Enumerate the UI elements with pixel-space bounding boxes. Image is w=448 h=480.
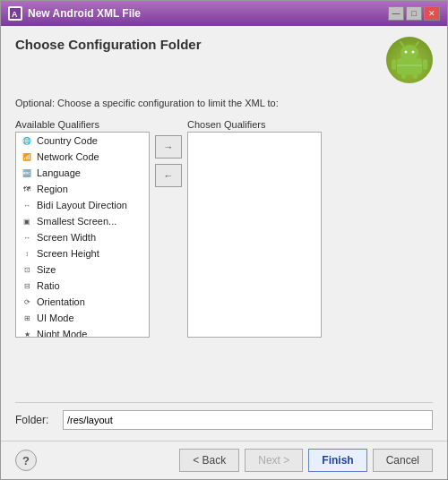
list-item[interactable]: 🔤Language: [16, 165, 149, 181]
screen-icon: ▣: [20, 215, 34, 227]
svg-line-6: [401, 42, 403, 46]
svg-rect-8: [392, 59, 396, 70]
orientation-icon: ⟳: [20, 296, 34, 308]
region-icon: 🗺: [20, 183, 34, 195]
main-content: Choose Configuration Folder: [1, 26, 447, 441]
list-item-label: Ratio: [37, 280, 60, 291]
list-item-label: Night Mode: [37, 329, 87, 338]
list-item[interactable]: ⟳Orientation: [16, 294, 149, 310]
network-icon: 📶: [20, 150, 34, 163]
folder-input[interactable]: [63, 410, 433, 430]
list-item-label: Size: [37, 264, 56, 275]
bidi-icon: ↔: [20, 199, 34, 211]
chosen-label: Chosen Qualifiers: [187, 119, 322, 130]
next-button[interactable]: Next >: [245, 449, 303, 472]
android-logo: [390, 40, 429, 80]
uimode-icon: ⊞: [20, 312, 34, 324]
list-item-label: Network Code: [37, 151, 99, 162]
finish-button[interactable]: Finish: [308, 449, 366, 472]
available-list[interactable]: 🌐Country Code📶Network Code🔤Language🗺Regi…: [15, 132, 150, 338]
close-button[interactable]: ✕: [424, 6, 440, 21]
nav-buttons: < Back Next > Finish Cancel: [179, 449, 433, 472]
main-window: A New Android XML File — □ ✕ Choose Conf…: [0, 0, 448, 480]
maximize-button[interactable]: □: [406, 6, 422, 21]
list-item[interactable]: 🗺Region: [16, 181, 149, 197]
list-item[interactable]: ⊞UI Mode: [16, 310, 149, 326]
list-item[interactable]: ▣Smallest Screen...: [16, 213, 149, 229]
bottom-bar: ? < Back Next > Finish Cancel: [1, 441, 447, 479]
list-item-label: Region: [37, 184, 68, 194]
page-header: Choose Configuration Folder: [15, 37, 433, 83]
list-item-label: Screen Width: [37, 232, 96, 243]
list-item-label: Smallest Screen...: [37, 216, 116, 227]
list-item[interactable]: ⊟Ratio: [16, 278, 149, 294]
svg-point-3: [401, 45, 418, 61]
svg-point-5: [412, 51, 415, 54]
window-title: New Android XML File: [28, 7, 388, 20]
available-label: Available Qualifiers: [15, 119, 150, 130]
android-icon: [386, 37, 433, 83]
list-item[interactable]: ↔Bidi Layout Direction: [16, 197, 149, 213]
list-item[interactable]: 📶Network Code: [16, 149, 149, 165]
chosen-panel: Chosen Qualifiers: [187, 119, 322, 338]
ratio-icon: ⊟: [20, 279, 34, 292]
remove-arrow-icon: ←: [164, 170, 174, 181]
available-panel: Available Qualifiers 🌐Country Code📶Netwo…: [15, 119, 150, 338]
help-button[interactable]: ?: [15, 450, 37, 471]
folder-label: Folder:: [15, 414, 56, 426]
list-item-label: Language: [37, 167, 81, 178]
list-item[interactable]: ⊡Size: [16, 261, 149, 278]
add-qualifier-button[interactable]: →: [155, 135, 182, 159]
list-item[interactable]: ★Night Mode: [16, 326, 149, 338]
size-icon: ⊡: [20, 263, 34, 276]
list-item[interactable]: ↕Screen Height: [16, 245, 149, 261]
back-button[interactable]: < Back: [179, 449, 239, 472]
list-item-label: UI Mode: [37, 313, 74, 323]
cancel-button[interactable]: Cancel: [373, 449, 433, 472]
page-title: Choose Configuration Folder: [15, 37, 202, 52]
window-icon: A: [8, 6, 22, 21]
minimize-button[interactable]: —: [388, 6, 404, 21]
qualifiers-area: Available Qualifiers 🌐Country Code📶Netwo…: [15, 119, 433, 393]
svg-line-7: [416, 42, 418, 46]
country-icon: 🌐: [20, 134, 34, 147]
svg-rect-10: [401, 73, 406, 79]
svg-text:A: A: [12, 10, 18, 19]
add-arrow-icon: →: [164, 141, 174, 152]
list-item-label: Screen Height: [37, 248, 99, 259]
language-icon: 🔤: [20, 167, 34, 179]
svg-point-4: [405, 51, 408, 54]
svg-rect-9: [423, 59, 427, 70]
height-icon: ↕: [20, 247, 34, 260]
list-item[interactable]: 🌐Country Code: [16, 133, 149, 149]
folder-row: Folder:: [15, 402, 433, 430]
window-controls: — □ ✕: [388, 6, 440, 21]
list-item[interactable]: ↔Screen Width: [16, 229, 149, 245]
night-icon: ★: [20, 328, 34, 338]
title-bar: A New Android XML File — □ ✕: [1, 1, 447, 26]
instruction-text: Optional: Choose a specific configuratio…: [15, 98, 433, 108]
width-icon: ↔: [20, 231, 34, 244]
remove-qualifier-button[interactable]: ←: [155, 164, 182, 187]
list-item-label: Bidi Layout Direction: [37, 200, 127, 210]
svg-rect-11: [413, 73, 418, 79]
chosen-list[interactable]: [187, 132, 322, 338]
arrows-panel: → ←: [155, 119, 182, 187]
list-item-label: Country Code: [37, 135, 98, 146]
list-item-label: Orientation: [37, 296, 85, 307]
